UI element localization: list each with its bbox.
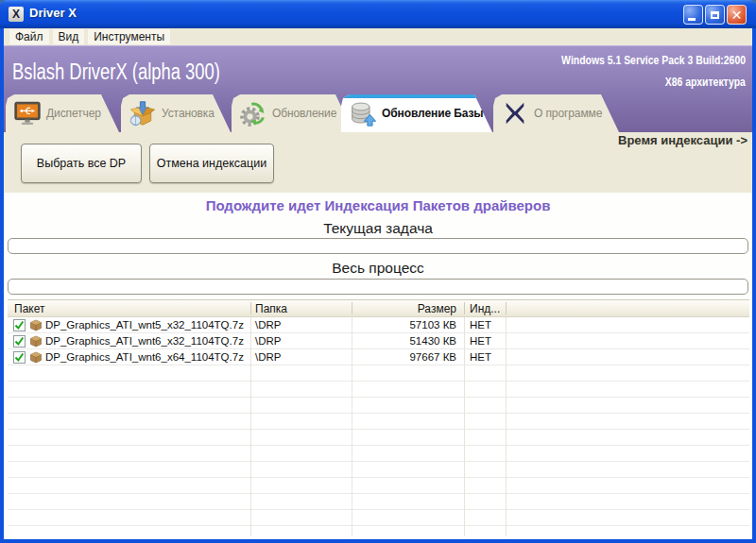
tab-label: Обновление Базы	[382, 107, 483, 120]
column-header-2[interactable]: Размер	[367, 300, 456, 316]
window-title: Driver X	[29, 6, 77, 20]
cell-size: 51430 КВ	[367, 333, 456, 348]
tab-label: Диспетчер	[46, 107, 101, 120]
x-logo-icon	[502, 99, 528, 127]
column-separator[interactable]	[352, 302, 352, 314]
overall-progressbar	[8, 279, 748, 295]
current-task-progressbar	[8, 238, 748, 254]
cell-name: DP_Graphics_ATI_wnt6_x64_1104TQ.7z	[45, 349, 244, 365]
cell-folder: \DRP	[255, 333, 281, 348]
package-list: ПакетПапкаРазмерИнд... DP_Graphics_ATI_w…	[8, 299, 749, 536]
app-header: Bslash DriverX (alpha 300) Windows 5.1 S…	[4, 45, 752, 132]
install-package-icon	[129, 99, 156, 127]
tab-label: Обновление	[272, 107, 336, 120]
package-box-icon	[29, 334, 43, 348]
minimize-button[interactable]	[683, 5, 703, 25]
cell-size: 97667 КВ	[367, 349, 456, 365]
tab-label: Установка	[162, 107, 215, 120]
status-message: Подождите идет Индексация Пакетов драйве…	[4, 197, 752, 213]
table-row[interactable]: DP_Graphics_ATI_wnt6_x64_1104TQ.7z\DRP97…	[8, 349, 749, 365]
tab-label: О программе	[534, 107, 602, 120]
monitor-usb-icon	[14, 99, 41, 127]
cell-size: 57103 КВ	[367, 317, 456, 332]
menu-item-1[interactable]: Вид	[53, 29, 85, 44]
close-icon: ✕	[731, 8, 743, 22]
package-box-icon	[29, 350, 43, 364]
app-title: Bslash DriverX (alpha 300)	[12, 59, 220, 85]
cell-indexed: НЕТ	[470, 317, 491, 332]
column-header-0[interactable]: Пакет	[14, 300, 241, 316]
list-body: DP_Graphics_ATI_wnt5_x32_1104TQ.7z\DRP57…	[8, 317, 749, 536]
cell-name: DP_Graphics_ATI_wnt6_x32_1104TQ.7z	[45, 333, 244, 348]
column-separator[interactable]	[506, 302, 507, 314]
table-row[interactable]: DP_Graphics_ATI_wnt5_x32_1104TQ.7z\DRP57…	[8, 317, 749, 333]
select-all-dp-button[interactable]: Выбрать все DP	[21, 144, 142, 183]
os-info: Windows 5.1 Service Pack 3 Build:2600	[561, 54, 746, 67]
cell-indexed: НЕТ	[470, 333, 491, 348]
tab-strip: ДиспетчерУстановкаОбновлениеОбновление Б…	[4, 93, 752, 132]
maximize-button[interactable]	[705, 5, 725, 25]
package-box-icon	[29, 318, 43, 331]
row-checkbox[interactable]	[13, 351, 26, 364]
tab-установка[interactable]: Установка	[121, 94, 231, 132]
cancel-indexing-button[interactable]: Отмена индексации	[149, 144, 274, 183]
main-content: Подождите идет Индексация Пакетов драйве…	[4, 193, 752, 539]
app-icon[interactable]: X	[9, 7, 24, 22]
list-header: ПакетПапкаРазмерИнд...	[8, 300, 749, 317]
title-bar: X Driver X ✕	[0, 0, 756, 28]
app-window: X Driver X ✕ ФайлВидИнструменты Bslash D…	[0, 0, 756, 543]
column-header-3[interactable]: Инд...	[470, 300, 507, 316]
tab-о-программе[interactable]: О программе	[493, 94, 619, 132]
cell-name: DP_Graphics_ATI_wnt5_x32_1104TQ.7z	[45, 317, 244, 332]
cell-indexed: НЕТ	[470, 349, 491, 365]
row-checkbox[interactable]	[13, 319, 26, 331]
current-task-label: Текущая задача	[4, 220, 752, 237]
index-time-label: Время индексации ->	[618, 133, 747, 147]
overall-progress-label: Весь процесс	[4, 260, 752, 277]
row-checkbox[interactable]	[13, 335, 26, 348]
column-separator[interactable]	[464, 302, 465, 314]
database-update-icon	[350, 99, 376, 127]
cell-folder: \DRP	[255, 317, 281, 332]
tab-диспетчер[interactable]: Диспетчер	[6, 94, 119, 132]
minimize-icon	[688, 18, 696, 21]
gear-refresh-icon	[240, 99, 266, 127]
menu-bar: ФайлВидИнструменты	[4, 28, 752, 45]
menu-item-0[interactable]: Файл	[9, 29, 49, 44]
tab-обновление-базы[interactable]: Обновление Базы	[341, 94, 492, 132]
column-header-1[interactable]: Папка	[255, 300, 350, 316]
menu-item-2[interactable]: Инструменты	[88, 29, 170, 44]
architecture-label: X86 архитектура	[665, 76, 746, 89]
maximize-icon	[711, 11, 719, 19]
cell-folder: \DRP	[255, 349, 281, 365]
toolbar-panel: Время индексации -> Выбрать все DP Отмен…	[4, 132, 752, 193]
table-row[interactable]: DP_Graphics_ATI_wnt6_x32_1104TQ.7z\DRP51…	[8, 333, 749, 349]
column-separator[interactable]	[250, 302, 251, 314]
tab-обновление[interactable]: Обновление	[232, 94, 353, 132]
close-button[interactable]: ✕	[727, 5, 747, 25]
